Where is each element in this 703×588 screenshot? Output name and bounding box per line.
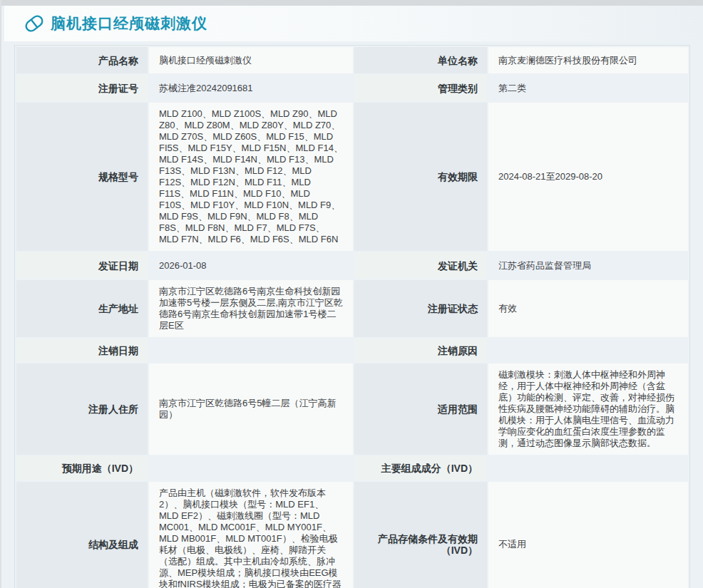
field-label: 单位名称 (354, 47, 487, 73)
field-value: 有效 (488, 280, 688, 337)
table-row: 注册人住所南京市江宁区乾德路6号5幢二层（江宁高新园）适用范围磁刺激模块：刺激人… (16, 363, 688, 455)
field-label: 注销日期 (16, 339, 148, 362)
capsule-icon (24, 13, 45, 34)
field-value (149, 456, 353, 480)
field-label: 注册人住所 (16, 363, 148, 455)
field-value (488, 456, 688, 480)
top-strip (0, 0, 703, 6)
field-label: 主要组成成分（IVD） (354, 456, 487, 480)
field-label: 预期用途（IVD） (16, 456, 148, 480)
field-value: 产品由主机（磁刺激软件，软件发布版本2）、脑机接口模块（型号：MLD EF1、M… (149, 482, 353, 588)
field-value: 南京市江宁区乾德路6号5幢二层（江宁高新园） (149, 363, 353, 455)
field-value: 第二类 (488, 75, 688, 101)
field-label: 管理类别 (354, 75, 487, 101)
field-label: 结构及组成 (16, 482, 148, 588)
table-row: 发证日期2026-01-08发证机关江苏省药品监督管理局 (16, 252, 688, 279)
table-row: 结构及组成产品由主机（磁刺激软件，软件发布版本2）、脑机接口模块（型号：MLD … (16, 482, 688, 588)
field-label: 规格型号 (16, 103, 148, 251)
field-value (149, 339, 353, 362)
field-value: 磁刺激模块：刺激人体中枢神经和外周神经，用于人体中枢神经和外周神经（含盆底）功能… (488, 363, 688, 455)
table-row: 产品名称脑机接口经颅磁刺激仪单位名称南京麦澜德医疗科技股份有限公司 (16, 47, 688, 73)
field-value: 2024-08-21至2029-08-20 (488, 103, 688, 251)
field-value: 不适用 (488, 482, 688, 588)
field-label: 适用范围 (354, 363, 487, 455)
field-value: 南京市江宁区乾德路6号南京生命科技创新园加速带5号楼一层东侧及二层,南京市江宁区… (149, 280, 353, 337)
table-row: 生产地址南京市江宁区乾德路6号南京生命科技创新园加速带5号楼一层东侧及二层,南京… (16, 280, 688, 337)
table-row: 规格型号MLD Z100、MLD Z100S、MLD Z90、MLD Z80、M… (16, 103, 688, 251)
left-edge (0, 0, 1, 588)
registration-info-table-wrap: 产品名称脑机接口经颅磁刺激仪单位名称南京麦澜德医疗科技股份有限公司注册证号苏械注… (14, 45, 689, 588)
field-value: 苏械注准20242091681 (149, 75, 353, 101)
field-value: 脑机接口经颅磁刺激仪 (149, 47, 353, 73)
field-value: 江苏省药品监督管理局 (488, 252, 688, 279)
field-label: 发证日期 (16, 252, 148, 279)
field-label: 产品存储条件及有效期（IVD） (354, 482, 487, 588)
table-row: 注销日期注销原因 (16, 339, 688, 362)
field-label: 产品名称 (16, 47, 148, 73)
table-row: 预期用途（IVD）主要组成成分（IVD） (16, 456, 688, 480)
field-label: 注销原因 (354, 339, 487, 362)
field-label: 注册证号 (16, 75, 148, 101)
page-title: 脑机接口经颅磁刺激仪 (51, 14, 207, 33)
field-value: MLD Z100、MLD Z100S、MLD Z90、MLD Z80、MLD Z… (149, 103, 353, 251)
page-header: 脑机接口经颅磁刺激仪 (4, 6, 703, 41)
field-label: 生产地址 (16, 280, 148, 337)
field-value: 南京麦澜德医疗科技股份有限公司 (488, 47, 688, 73)
field-label: 有效期限 (354, 103, 487, 251)
field-label: 发证机关 (354, 252, 487, 279)
field-value: 2026-01-08 (149, 252, 353, 279)
table-row: 注册证号苏械注准20242091681管理类别第二类 (16, 75, 688, 101)
registration-info-table: 产品名称脑机接口经颅磁刺激仪单位名称南京麦澜德医疗科技股份有限公司注册证号苏械注… (14, 45, 690, 588)
field-value (488, 339, 688, 362)
field-label: 注册证状态 (354, 280, 487, 337)
